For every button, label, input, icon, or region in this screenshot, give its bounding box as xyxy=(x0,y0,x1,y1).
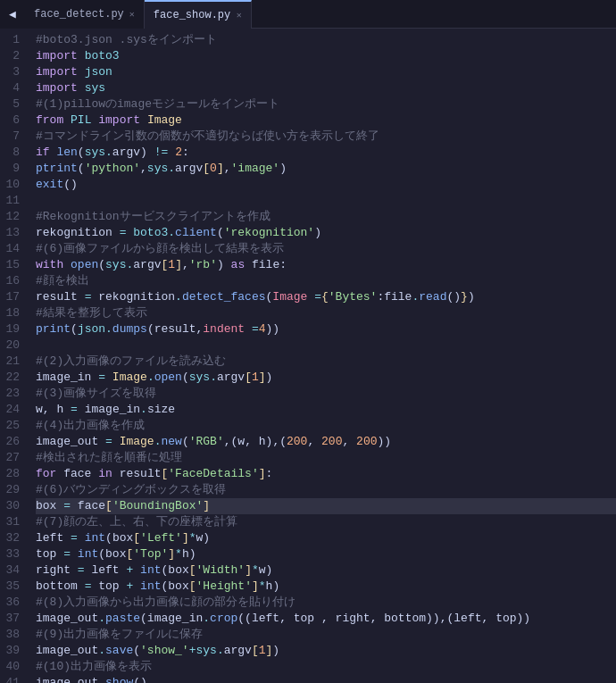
code-line-25: #(4)出力画像を作成 xyxy=(36,418,616,434)
code-line-21: #(2)入力画像のファイルを読み込む xyxy=(36,354,616,370)
line-number-41: 41 xyxy=(0,675,20,683)
code-line-36: #(8)入力画像から出力画像に顔の部分を貼り付け xyxy=(36,595,616,611)
code-line-31: #(7)顔の左、上、右、下の座標を計算 xyxy=(36,514,616,530)
code-line-16: #顔を検出 xyxy=(36,273,616,289)
line-number-35: 35 xyxy=(0,579,20,595)
line-number-36: 36 xyxy=(0,595,20,611)
code-line-17: result = rekognition.detect_faces(Image … xyxy=(36,289,616,305)
line-number-6: 6 xyxy=(0,112,20,129)
tab-face-show-close[interactable]: ✕ xyxy=(237,10,242,21)
line-number-22: 22 xyxy=(0,370,20,386)
tab-bar: ◀ face_detect.py ✕ face_show.py ✕ xyxy=(0,0,616,29)
line-number-2: 2 xyxy=(0,48,20,64)
line-number-25: 25 xyxy=(0,418,20,434)
line-number-5: 5 xyxy=(0,96,20,112)
tab-face-detect-label: face_detect.py xyxy=(34,8,124,21)
code-line-33: top = int(box['Top']*h) xyxy=(36,546,616,562)
code-line-28: for face in result['FaceDetails']: xyxy=(36,466,616,482)
code-line-22: image_in = Image.open(sys.argv[1]) xyxy=(36,370,616,386)
line-number-40: 40 xyxy=(0,659,20,675)
tab-arrow[interactable]: ◀ xyxy=(0,0,25,29)
line-numbers: 1234567891011121314151617181920212223242… xyxy=(0,29,29,683)
line-number-27: 27 xyxy=(0,450,20,466)
code-line-41: image_out.show() xyxy=(36,675,616,683)
code-line-7: #コマンドライン引数の個数が不適切ならば使い方を表示して終了 xyxy=(36,129,616,145)
line-number-11: 11 xyxy=(0,193,20,209)
line-number-8: 8 xyxy=(0,145,20,161)
code-line-23: #(3)画像サイズを取得 xyxy=(36,386,616,402)
line-number-1: 1 xyxy=(0,32,20,48)
code-line-8: if len(sys.argv) != 2: xyxy=(36,145,616,161)
line-number-9: 9 xyxy=(0,161,20,177)
code-line-24: w, h = image_in.size xyxy=(36,402,616,418)
code-line-32: left = int(box['Left']*w) xyxy=(36,530,616,546)
line-number-17: 17 xyxy=(0,289,20,305)
line-number-38: 38 xyxy=(0,627,20,643)
line-number-33: 33 xyxy=(0,546,20,562)
line-number-24: 24 xyxy=(0,402,20,418)
code-line-29: #(6)バウンディングボックスを取得 xyxy=(36,482,616,498)
code-line-15: with open(sys.argv[1],'rb') as file: xyxy=(36,257,616,273)
code-line-18: #結果を整形して表示 xyxy=(36,305,616,321)
line-number-3: 3 xyxy=(0,64,20,80)
line-number-12: 12 xyxy=(0,209,20,225)
line-number-10: 10 xyxy=(0,177,20,193)
line-number-19: 19 xyxy=(0,321,20,337)
line-number-7: 7 xyxy=(0,129,20,145)
line-number-30: 30 xyxy=(0,498,20,514)
code-line-10: exit() xyxy=(36,177,616,193)
line-number-26: 26 xyxy=(0,434,20,450)
code-line-37: image_out.paste(image_in.crop((left, top… xyxy=(36,611,616,627)
code-line-34: right = left + int(box['Width']*w) xyxy=(36,562,616,579)
line-number-23: 23 xyxy=(0,386,20,402)
tab-face-show[interactable]: face_show.py ✕ xyxy=(145,0,252,29)
code-line-20 xyxy=(36,337,616,354)
code-line-2: import boto3 xyxy=(36,48,616,64)
line-number-32: 32 xyxy=(0,530,20,546)
code-line-4: import sys xyxy=(36,80,616,96)
code-content[interactable]: #boto3.json .sysをインポートimport boto3import… xyxy=(29,29,616,683)
line-number-28: 28 xyxy=(0,466,20,482)
line-number-21: 21 xyxy=(0,354,20,370)
tab-face-detect-close[interactable]: ✕ xyxy=(129,9,135,20)
code-line-5: #(1)pillowのimageモジュールをインポート xyxy=(36,96,616,112)
line-number-34: 34 xyxy=(0,562,20,579)
code-line-3: import json xyxy=(36,64,616,80)
line-number-4: 4 xyxy=(0,80,20,96)
line-number-13: 13 xyxy=(0,225,20,241)
line-number-15: 15 xyxy=(0,257,20,273)
code-line-35: bottom = top + int(box['Height']*h) xyxy=(36,579,616,595)
code-line-26: image_out = Image.new('RGB',(w, h),(200,… xyxy=(36,434,616,450)
code-area: 1234567891011121314151617181920212223242… xyxy=(0,29,616,683)
line-number-39: 39 xyxy=(0,643,20,659)
line-number-29: 29 xyxy=(0,482,20,498)
line-number-37: 37 xyxy=(0,611,20,627)
line-number-31: 31 xyxy=(0,514,20,530)
code-line-30: box = face['BoundingBox'] xyxy=(36,498,616,514)
tab-face-detect[interactable]: face_detect.py ✕ xyxy=(25,0,145,29)
line-number-18: 18 xyxy=(0,305,20,321)
line-number-20: 20 xyxy=(0,337,20,354)
tab-face-show-label: face_show.py xyxy=(154,9,230,21)
code-line-6: from PIL import Image xyxy=(36,112,616,129)
line-number-16: 16 xyxy=(0,273,20,289)
code-line-9: ptrint('python',sys.argv[0],'image') xyxy=(36,161,616,177)
code-line-19: print(json.dumps(result,indent =4)) xyxy=(36,321,616,337)
line-number-14: 14 xyxy=(0,241,20,257)
code-line-27: #検出された顔を順番に処理 xyxy=(36,450,616,466)
code-line-38: #(9)出力画像をファイルに保存 xyxy=(36,627,616,643)
code-line-1: #boto3.json .sysをインポート xyxy=(36,32,616,48)
code-line-11 xyxy=(36,193,616,209)
code-line-39: image_out.save('show_'+sys.argv[1]) xyxy=(36,643,616,659)
code-line-12: #Rekognitionサービスクライアントを作成 xyxy=(36,209,616,225)
code-line-14: #(6)画像ファイルから顔を検出して結果を表示 xyxy=(36,241,616,257)
code-line-40: #(10)出力画像を表示 xyxy=(36,659,616,675)
code-line-13: rekognition = boto3.client('rekognition'… xyxy=(36,225,616,241)
